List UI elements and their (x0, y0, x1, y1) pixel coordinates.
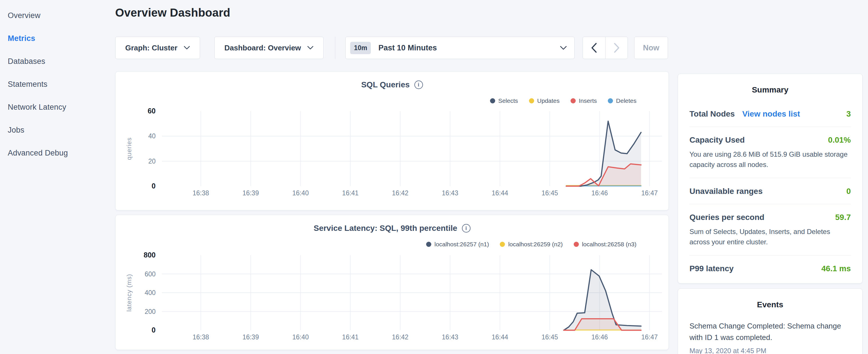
svg-text:16:38: 16:38 (192, 333, 209, 341)
svg-text:16:47: 16:47 (641, 333, 658, 341)
legend-dot-icon (570, 98, 576, 103)
toolbar: Graph: Cluster Dashboard: Overview 10m P… (115, 37, 668, 59)
summary-row-total-nodes: Total Nodes View nodes list 3 (689, 101, 851, 127)
legend-label: Updates (537, 97, 560, 104)
svg-text:16:46: 16:46 (591, 333, 608, 341)
time-prev-button[interactable] (583, 37, 605, 59)
legend-label: localhost:26257 (n1) (434, 241, 489, 248)
info-icon[interactable]: i (414, 81, 423, 89)
qps-label: Queries per second (689, 213, 764, 222)
dashboard-label: Dashboard: Overview (224, 43, 301, 53)
service-latency-chart[interactable]: 16:3816:3916:4016:4116:4216:4316:4416:45… (116, 250, 669, 345)
events-title: Events (689, 300, 851, 309)
legend-item[interactable]: Updates (529, 97, 560, 104)
svg-text:16:45: 16:45 (541, 189, 558, 197)
legend-dot-icon (529, 98, 534, 103)
event-message: Schema Change Completed: Schema change w… (689, 320, 851, 344)
legend-item[interactable]: localhost:26258 (n3) (574, 241, 637, 248)
sidebar-item-jobs[interactable]: Jobs (8, 119, 115, 141)
app-window: Overview Metrics Databases Statements Ne… (0, 0, 868, 354)
event-item[interactable]: Schema Change Completed: Schema change w… (689, 320, 851, 354)
svg-text:16:47: 16:47 (641, 189, 658, 197)
svg-text:40: 40 (148, 132, 156, 140)
sql-queries-card: SQL Queries i SelectsUpdatesInsertsDelet… (115, 71, 669, 211)
capacity-description: You are using 28.6 MiB of 515.9 GiB usab… (689, 149, 851, 170)
capacity-label: Capacity Used (689, 135, 745, 144)
svg-text:16:43: 16:43 (442, 333, 459, 341)
time-nav-group (583, 37, 628, 59)
legend-item[interactable]: Selects (490, 97, 518, 104)
legend-label: localhost:26259 (n2) (508, 241, 562, 248)
dashboard-dropdown[interactable]: Dashboard: Overview (214, 37, 323, 59)
legend-dot-icon (500, 242, 505, 247)
summary-title: Summary (689, 85, 851, 95)
capacity-value: 0.01% (828, 135, 851, 144)
chart-legend: localhost:26257 (n1)localhost:26259 (n2)… (415, 241, 637, 248)
legend-item[interactable]: Deletes (608, 97, 637, 104)
legend-label: localhost:26258 (n3) (582, 241, 637, 248)
time-range-picker[interactable]: 10m Past 10 Minutes (345, 37, 575, 59)
legend-dot-icon (490, 98, 495, 103)
sidebar-item-network-latency[interactable]: Network Latency (8, 96, 115, 119)
unavailable-ranges-label: Unavailable ranges (689, 187, 763, 196)
svg-text:16:44: 16:44 (492, 333, 508, 341)
sidebar-item-overview[interactable]: Overview (8, 4, 115, 27)
qps-description: Sum of Selects, Updates, Inserts, and De… (689, 227, 851, 247)
chevron-left-icon (591, 43, 597, 53)
legend-item[interactable]: localhost:26259 (n2) (500, 241, 562, 248)
view-nodes-list-link[interactable]: View nodes list (742, 109, 800, 119)
summary-row-p99: P99 latency 46.1 ms (689, 255, 851, 281)
chevron-right-icon (614, 43, 620, 53)
legend-dot-icon (426, 242, 431, 247)
svg-text:16:40: 16:40 (292, 189, 309, 197)
legend-item[interactable]: Inserts (570, 97, 597, 104)
svg-text:16:44: 16:44 (492, 189, 508, 197)
summary-row-unavailable-ranges: Unavailable ranges 0 (689, 178, 851, 204)
sql-queries-chart[interactable]: 16:3816:3916:4016:4116:4216:4316:4416:45… (116, 105, 669, 200)
legend-label: Inserts (579, 97, 597, 104)
info-icon[interactable]: i (462, 224, 470, 232)
chart-title: SQL Queries (361, 80, 409, 89)
sidebar-item-statements[interactable]: Statements (8, 73, 115, 96)
event-timestamp: May 13, 2020 at 4:45 PM (689, 347, 851, 354)
svg-text:200: 200 (145, 308, 156, 315)
svg-text:latency (ms): latency (ms) (125, 274, 133, 312)
svg-text:queries: queries (125, 137, 133, 160)
qps-value: 59.7 (835, 213, 851, 222)
total-nodes-label: Total Nodes (689, 109, 735, 119)
svg-text:16:42: 16:42 (392, 333, 409, 341)
time-next-button[interactable] (605, 37, 627, 59)
events-panel: Events Schema Change Completed: Schema c… (678, 288, 863, 354)
chevron-down-icon (560, 46, 567, 50)
chart-legend: SelectsUpdatesInsertsDeletes (479, 97, 637, 104)
svg-text:16:41: 16:41 (342, 333, 359, 341)
svg-text:16:45: 16:45 (541, 333, 558, 341)
sidebar: Overview Metrics Databases Statements Ne… (0, 0, 115, 354)
svg-text:60: 60 (148, 107, 156, 115)
svg-text:800: 800 (144, 251, 156, 259)
chevron-down-icon (307, 46, 313, 50)
svg-text:16:39: 16:39 (242, 333, 259, 341)
graph-scope-dropdown[interactable]: Graph: Cluster (115, 37, 200, 59)
now-button[interactable]: Now (634, 37, 668, 59)
main-content: Overview Dashboard Graph: Cluster Dashbo… (115, 0, 669, 19)
svg-text:16:39: 16:39 (242, 189, 259, 197)
sidebar-item-advanced-debug[interactable]: Advanced Debug (8, 141, 115, 164)
service-latency-card: Service Latency: SQL, 99th percentile i … (115, 215, 669, 350)
p99-latency-label: P99 latency (689, 264, 734, 273)
svg-text:16:40: 16:40 (292, 333, 309, 341)
svg-text:16:42: 16:42 (392, 189, 409, 197)
graph-scope-label: Graph: Cluster (125, 43, 177, 53)
p99-latency-value: 46.1 ms (821, 264, 851, 273)
legend-label: Deletes (616, 97, 637, 104)
unavailable-ranges-value: 0 (846, 187, 851, 196)
svg-text:16:41: 16:41 (342, 189, 359, 197)
legend-label: Selects (498, 97, 518, 104)
sidebar-item-databases[interactable]: Databases (8, 50, 115, 73)
svg-text:0: 0 (152, 326, 156, 334)
summary-panel: Summary Total Nodes View nodes list 3 Ca… (678, 74, 863, 284)
svg-text:0: 0 (152, 182, 156, 190)
legend-item[interactable]: localhost:26257 (n1) (426, 241, 489, 248)
sidebar-item-metrics[interactable]: Metrics (8, 27, 115, 50)
total-nodes-value: 3 (846, 109, 851, 119)
